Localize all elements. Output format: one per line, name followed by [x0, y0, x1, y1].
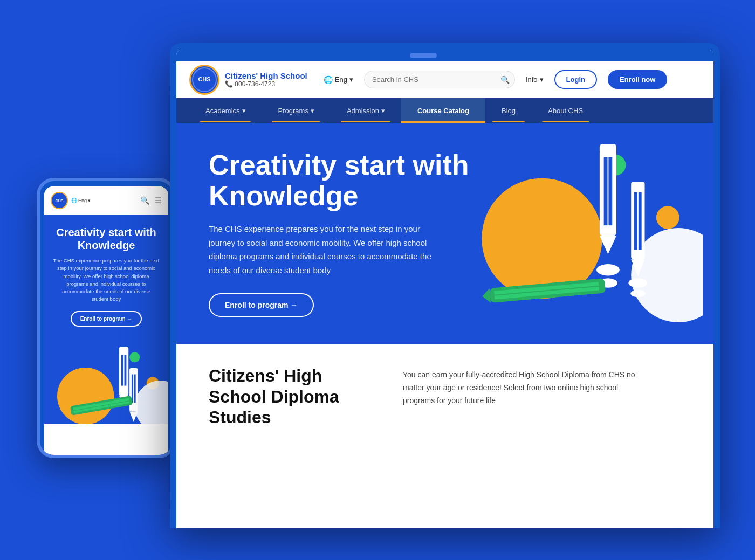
- site-name: Citizens' High School: [225, 71, 307, 80]
- svg-rect-13: [129, 368, 138, 374]
- screen-topbar: [176, 50, 713, 61]
- site-logo-ring: [192, 67, 217, 92]
- nav-blog-label: Blog: [502, 107, 516, 115]
- mobile-hero-title: Creativity start with Knowledge: [53, 226, 160, 252]
- nav-academics-chevron: ▾: [242, 107, 246, 115]
- nav-underline-admission: [341, 121, 391, 122]
- svg-rect-30: [631, 182, 644, 190]
- search-icon[interactable]: 🔍: [500, 75, 510, 84]
- svg-rect-8: [119, 347, 128, 353]
- diploma-description: You can earn your fully-accredited High …: [403, 365, 640, 407]
- mobile-header-icons: 🔍 ☰: [140, 196, 162, 205]
- nav-admission-chevron: ▾: [381, 107, 385, 115]
- nav-underline-academics: [200, 121, 251, 122]
- diploma-title: Citizens' High School Diploma Studies: [209, 365, 370, 427]
- nav-academics-label: Academics: [205, 107, 240, 115]
- mobile-illustration-svg: [44, 337, 168, 424]
- hero-illustration: [455, 123, 713, 344]
- svg-rect-22: [604, 157, 608, 225]
- nav-admission-label: Admission: [347, 107, 379, 115]
- nav-about-label: About CHS: [548, 107, 583, 115]
- svg-rect-28: [639, 192, 642, 250]
- svg-rect-23: [608, 157, 612, 225]
- laptop-screen: CHS Citizens' High School 📞 800-736-4723…: [176, 50, 713, 528]
- mobile-logo-text: CHS: [56, 199, 64, 203]
- nav-programs-chevron: ▾: [311, 107, 314, 115]
- mobile-header: CHS 🌐 Eng ▾ 🔍 ☰: [44, 186, 168, 215]
- laptop-device: CHS Citizens' High School 📞 800-736-4723…: [170, 43, 720, 528]
- svg-rect-9: [129, 370, 138, 411]
- mobile-device: CHS 🌐 Eng ▾ 🔍 ☰ Creativity start with Kn…: [37, 178, 176, 458]
- main-navigation: Academics ▾ Programs ▾ Admission ▾ Cours…: [176, 98, 713, 123]
- website-header: CHS Citizens' High School 📞 800-736-4723…: [176, 61, 713, 98]
- hero-section: Creativity start with Knowledge The CHS …: [176, 123, 713, 344]
- diploma-description-area: You can earn your fully-accredited High …: [403, 365, 640, 407]
- svg-point-31: [596, 264, 620, 275]
- nav-item-academics[interactable]: Academics ▾: [189, 98, 262, 123]
- lang-label: Eng: [335, 75, 347, 84]
- hero-title: Creativity start with Knowledge: [209, 150, 478, 211]
- site-name-area: Citizens' High School 📞 800-736-4723: [225, 71, 307, 88]
- nav-item-admission[interactable]: Admission ▾: [331, 98, 401, 123]
- svg-rect-5: [121, 355, 123, 386]
- svg-point-19: [656, 206, 680, 229]
- hero-enroll-button[interactable]: Enroll to program →: [209, 293, 314, 317]
- svg-point-34: [630, 290, 645, 298]
- mobile-search-icon[interactable]: 🔍: [140, 196, 149, 205]
- header-info-button[interactable]: Info ▾: [526, 75, 544, 84]
- mobile-lang-chevron: ▾: [88, 198, 91, 203]
- mobile-illustration: [44, 337, 168, 424]
- mobile-hero-description: The CHS experience prepares you for the …: [53, 257, 160, 303]
- header-lang-selector[interactable]: 🌐 Eng ▾: [324, 75, 353, 84]
- hero-content: Creativity start with Knowledge The CHS …: [209, 150, 478, 317]
- svg-point-1: [129, 352, 140, 362]
- svg-marker-12: [129, 411, 138, 421]
- nav-underline-blog: [492, 121, 525, 122]
- diploma-title-area: Citizens' High School Diploma Studies: [209, 365, 370, 427]
- nav-underline-about: [542, 121, 589, 122]
- info-chevron-icon: ▾: [540, 75, 544, 84]
- svg-marker-38: [482, 288, 491, 303]
- nav-item-about[interactable]: About CHS: [532, 98, 599, 123]
- login-button[interactable]: Login: [554, 70, 597, 89]
- svg-rect-6: [125, 355, 127, 386]
- svg-point-3: [135, 381, 168, 424]
- mobile-logo: CHS: [51, 192, 68, 209]
- globe-icon: 🌐: [324, 75, 333, 84]
- nav-programs-label: Programs: [278, 107, 308, 115]
- site-phone: 📞 800-736-4723: [225, 80, 307, 88]
- svg-rect-27: [634, 192, 637, 250]
- lang-chevron-icon: ▾: [349, 75, 353, 84]
- svg-point-0: [57, 368, 114, 424]
- nav-item-course-catalog[interactable]: Course Catalog: [401, 98, 485, 123]
- mobile-enroll-button[interactable]: Enroll to program →: [71, 311, 142, 327]
- hero-description: The CHS experience prepares you for the …: [209, 222, 446, 277]
- svg-rect-10: [132, 374, 133, 403]
- svg-rect-11: [134, 374, 136, 403]
- header-search-container: 🔍: [364, 71, 515, 88]
- search-input[interactable]: [364, 71, 515, 88]
- mobile-hero: Creativity start with Knowledge The CHS …: [44, 215, 168, 337]
- svg-rect-21: [600, 149, 616, 236]
- mobile-lang[interactable]: 🌐 Eng ▾: [71, 198, 91, 203]
- site-logo-area: CHS Citizens' High School 📞 800-736-4723: [189, 65, 307, 95]
- site-logo: CHS: [189, 65, 219, 95]
- mobile-logo-area: CHS 🌐 Eng ▾: [51, 192, 91, 209]
- diploma-section: Citizens' High School Diploma Studies Yo…: [176, 344, 713, 449]
- svg-marker-24: [600, 236, 616, 254]
- nav-course-catalog-label: Course Catalog: [417, 107, 469, 115]
- nav-item-programs[interactable]: Programs ▾: [262, 98, 331, 123]
- info-label: Info: [526, 75, 538, 84]
- svg-point-33: [628, 278, 647, 288]
- svg-rect-4: [119, 349, 128, 396]
- svg-rect-26: [631, 186, 644, 259]
- enroll-now-button[interactable]: Enroll now: [608, 70, 667, 89]
- hero-illustration-svg: [455, 134, 703, 322]
- svg-rect-25: [600, 144, 616, 154]
- mobile-menu-icon[interactable]: ☰: [155, 196, 162, 205]
- nav-underline-programs: [272, 121, 320, 122]
- nav-item-blog[interactable]: Blog: [485, 98, 532, 123]
